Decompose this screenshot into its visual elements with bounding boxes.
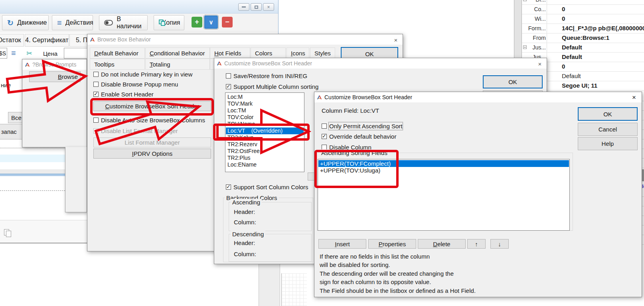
tab-colors[interactable]: Colors bbox=[251, 47, 286, 59]
list-item[interactable]: TOV:Color bbox=[226, 114, 304, 121]
scissors-icon[interactable]: ✂ bbox=[26, 49, 32, 58]
copy-button[interactable]: Копия bbox=[154, 15, 184, 30]
actions-button[interactable]: ≡ Действия bbox=[52, 15, 93, 30]
column-sort-titlebar[interactable]: Customize BrowseBox Sort Header bbox=[314, 92, 642, 102]
list-item[interactable]: TR2:OstFree bbox=[226, 148, 304, 155]
tab-sertifikat[interactable]: 4. Сертификат bbox=[25, 34, 69, 47]
minimize-button[interactable] bbox=[238, 3, 249, 11]
help-text-line: The descending order will be created cha… bbox=[320, 270, 454, 277]
close-icon[interactable]: × bbox=[630, 94, 638, 101]
tab-styles[interactable]: Styles bbox=[310, 47, 335, 59]
in-stock-toggle-button[interactable]: В наличии bbox=[99, 15, 148, 30]
tab-totaling[interactable]: Totaling bbox=[145, 59, 210, 70]
behavior-titlebar[interactable]: Browse Box Behavior bbox=[87, 34, 403, 45]
tab-tooltips[interactable]: Tooltips bbox=[90, 59, 145, 70]
menu-icon: ≡ bbox=[57, 18, 62, 27]
ok-button[interactable]: OK bbox=[483, 75, 543, 88]
move-up-button[interactable]: ↑ bbox=[467, 239, 486, 249]
list-item[interactable]: Loc:TM bbox=[226, 107, 304, 114]
checkbox-icon[interactable] bbox=[93, 118, 99, 123]
list-item[interactable]: TR2:Kolvo bbox=[226, 134, 304, 141]
checkbox-only-ascending[interactable]: Only Permit Ascending Sort bbox=[322, 123, 402, 129]
copy-pages-icon[interactable] bbox=[4, 229, 13, 238]
actions-label: Действия bbox=[65, 19, 93, 26]
checkbox-icon[interactable] bbox=[93, 72, 99, 77]
close-button[interactable]: × bbox=[263, 3, 274, 11]
hamburger-icon[interactable]: ≡ bbox=[11, 49, 16, 58]
checkbox-icon[interactable] bbox=[322, 134, 327, 139]
browse-prompts-titlebar[interactable]: ?Browse Prompts bbox=[22, 59, 87, 70]
tab-icons[interactable]: Icons bbox=[286, 47, 309, 59]
property-row[interactable]: FromQueue:Browse:1 bbox=[522, 33, 644, 43]
help-button[interactable]: Help bbox=[578, 137, 638, 150]
property-row[interactable]: Dr... bbox=[522, 0, 644, 5]
checkbox-override-default[interactable]: Override default behavior bbox=[322, 133, 396, 140]
checkbox-icon[interactable] bbox=[226, 73, 231, 78]
movement-button[interactable]: ↻ Движение bbox=[2, 15, 49, 30]
list-item[interactable]: TOV:Mark bbox=[226, 100, 304, 107]
list-item[interactable]: +UPPER(TOV:Usluga) bbox=[318, 167, 569, 174]
cancel-button[interactable]: Cancel bbox=[578, 123, 638, 136]
main-titlebar[interactable]: × bbox=[0, 0, 278, 14]
tab-conditional-behavior[interactable]: Conditional Behavior bbox=[145, 47, 210, 59]
checkbox-icon[interactable] bbox=[93, 82, 99, 87]
tab-default-behavior[interactable]: Default Behavior bbox=[90, 47, 145, 59]
checkbox-primary-key[interactable]: Do not include Primary key in view bbox=[93, 71, 192, 78]
property-label: Form... bbox=[523, 25, 546, 31]
browse-button[interactable]: Browse bbox=[29, 71, 81, 82]
panel-scrollbar[interactable] bbox=[514, 0, 522, 58]
properties-button[interactable]: Properties bbox=[368, 239, 416, 249]
list-item[interactable]: Loc:M bbox=[226, 94, 304, 100]
dashed-separator bbox=[0, 190, 65, 191]
maximize-button[interactable] bbox=[251, 3, 262, 11]
columns-listbox[interactable]: Loc:M TOV:Mark Loc:TM TOV:Color TOV:Name… bbox=[225, 92, 304, 172]
property-row[interactable]: Form...14C|_F*J@p pb@E(,080000005H,,0 bbox=[522, 24, 644, 33]
fragment-zapas-button[interactable]: й запас bbox=[0, 124, 23, 139]
list-item[interactable]: TR2:Rezerv bbox=[226, 141, 304, 148]
property-row[interactable]: Co...0 bbox=[522, 5, 644, 14]
delete-button[interactable]: Delete bbox=[418, 239, 466, 249]
remove-button[interactable]: − bbox=[222, 17, 233, 27]
collapse-icon[interactable] bbox=[523, 45, 527, 49]
checkbox-icon[interactable] bbox=[322, 124, 327, 129]
dialog-title: Customize BrowseBox Sort Header bbox=[324, 94, 412, 100]
property-value: Default bbox=[562, 53, 582, 60]
checkbox-icon[interactable] bbox=[93, 92, 99, 97]
list-item[interactable]: TOV:Name bbox=[226, 121, 304, 128]
plus-icon: + bbox=[195, 18, 199, 26]
property-row[interactable]: Wi...0 bbox=[522, 14, 644, 24]
filter-input[interactable]: S$S bbox=[0, 48, 7, 59]
checkbox-popup-menu[interactable]: Disable Browse Popup menu bbox=[93, 81, 178, 88]
tab-label: Totaling bbox=[150, 61, 170, 68]
insert-button[interactable]: Insert bbox=[318, 239, 366, 249]
tab-ostatok[interactable]: Остаток bbox=[0, 34, 24, 47]
list-item[interactable]: TR2:Plus bbox=[226, 155, 304, 161]
tab-hot-fields[interactable]: Hot Fields bbox=[210, 47, 250, 59]
screen: × ↻ Движение ≡ Действия В наличии Копия … bbox=[0, 0, 644, 306]
customize-sort-header-button[interactable]: Customize BrowseBox Sort Header bbox=[93, 101, 211, 111]
gray-row[interactable] bbox=[0, 169, 65, 174]
highlight-row[interactable] bbox=[0, 155, 65, 162]
checkbox-sort-colors[interactable]: Support Sort Column Colors bbox=[226, 184, 308, 190]
checkbox-label: Override default behavior bbox=[329, 133, 396, 140]
close-icon[interactable]: × bbox=[536, 60, 543, 67]
property-row[interactable]: Jus...Default bbox=[522, 43, 644, 53]
checkbox-icon[interactable] bbox=[226, 184, 231, 190]
checkbox-autosize[interactable]: Disable Auto Size BrowseBox Columns bbox=[93, 117, 205, 124]
collapse-icon[interactable] bbox=[523, 0, 527, 1]
dropdown-check-button[interactable]: ∨ bbox=[204, 16, 218, 29]
add-button[interactable]: + bbox=[192, 17, 202, 27]
ok-button[interactable]: OK bbox=[578, 107, 638, 121]
checkbox-multi-column[interactable]: Support Multiple Column sorting bbox=[226, 83, 318, 90]
checkbox-icon[interactable] bbox=[226, 84, 231, 89]
checkbox-save-restore[interactable]: Save/Restore from INI/REG bbox=[226, 73, 307, 79]
checkbox-enable-sort-header[interactable]: Enable Sort Header bbox=[93, 91, 154, 98]
list-item-selected[interactable]: +UPPER(TOV:FComplect) bbox=[318, 160, 569, 167]
list-item[interactable]: Loc:EName bbox=[226, 161, 304, 168]
move-down-button[interactable]: ↓ bbox=[490, 239, 509, 249]
list-item-selected[interactable]: Loc:VT (Overridden) bbox=[226, 128, 304, 134]
ipdrv-options-button[interactable]: IPDRV Options bbox=[93, 149, 211, 159]
close-icon[interactable]: × bbox=[392, 36, 399, 43]
sorting-fields-listbox[interactable]: +UPPER(TOV:FComplect) +UPPER(TOV:Usluga) bbox=[318, 159, 570, 231]
sort-header-titlebar[interactable]: Customize BrowseBox Sort Header bbox=[214, 58, 547, 69]
